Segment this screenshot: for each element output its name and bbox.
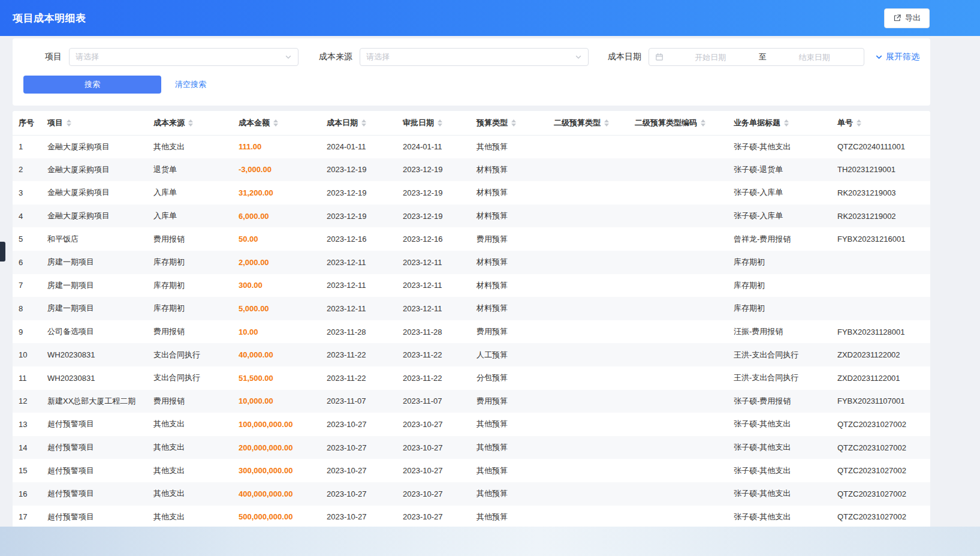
- column-header-source[interactable]: 成本来源: [147, 111, 233, 135]
- end-date-input[interactable]: [771, 53, 858, 62]
- cell-budget-type: 费用预算: [471, 320, 548, 344]
- table-header-row: 序号项目成本来源成本金额成本日期审批日期预算类型二级预算类型二级预算类型编码业务…: [13, 111, 930, 135]
- cell-sub-budget-type: [548, 390, 629, 413]
- export-button[interactable]: 导出: [884, 8, 930, 28]
- export-icon: [893, 14, 901, 22]
- cell-doc-no: QTZC20231027002: [831, 436, 930, 459]
- drawer-toggle-handle[interactable]: [0, 242, 5, 262]
- cell-approve-date: 2023-11-07: [397, 390, 471, 413]
- cell-approve-date: 2023-10-27: [397, 459, 471, 482]
- sort-icon[interactable]: [438, 119, 442, 127]
- project-filter: 项目 请选择: [23, 48, 298, 66]
- cell-cost-date: 2023-10-27: [321, 506, 397, 529]
- column-header-amount[interactable]: 成本金额: [233, 111, 321, 135]
- column-header-sub-budget-code[interactable]: 二级预算类型编码: [629, 111, 728, 135]
- cell-doc-title: 张子硕-入库单: [728, 181, 831, 205]
- cell-budget-type: 材料预算: [471, 158, 548, 182]
- filter-row: 项目 请选择 成本来源 请选择 成本日期: [23, 48, 919, 66]
- cell-project: 金融大厦采购项目: [41, 181, 147, 205]
- sort-icon[interactable]: [361, 119, 366, 127]
- column-header-budget-type[interactable]: 预算类型: [471, 111, 548, 135]
- sort-icon[interactable]: [188, 119, 193, 127]
- cell-sub-budget-code: [629, 482, 728, 506]
- export-button-label: 导出: [905, 13, 921, 23]
- column-label: 审批日期: [403, 118, 434, 127]
- page-title: 项目成本明细表: [13, 11, 86, 25]
- cell-doc-no: FYBX20231107001: [831, 390, 930, 413]
- cell-sub-budget-type: [548, 320, 629, 344]
- column-label: 项目: [47, 118, 63, 127]
- search-button[interactable]: 搜索: [23, 76, 161, 94]
- column-label: 二级预算类型: [554, 118, 601, 127]
- table-header: 序号项目成本来源成本金额成本日期审批日期预算类型二级预算类型二级预算类型编码业务…: [13, 111, 930, 135]
- column-header-doc-no[interactable]: 单号: [831, 111, 930, 135]
- cell-cost-date: 2023-11-07: [321, 390, 397, 413]
- cell-sub-budget-type: [548, 506, 629, 529]
- project-select[interactable]: 请选择: [69, 48, 298, 66]
- cell-budget-type: 材料预算: [471, 274, 548, 297]
- table-row: 7房建一期项目库存期初300.002023-12-112023-12-11材料预…: [13, 274, 930, 297]
- expand-filters-link[interactable]: 展开筛选: [875, 52, 919, 62]
- sort-icon[interactable]: [67, 119, 71, 127]
- table-row: 16超付预警项目其他支出400,000,000.002023-10-272023…: [13, 482, 930, 506]
- cell-index: 7: [13, 274, 41, 297]
- cell-index: 6: [13, 251, 41, 274]
- cell-cost-date: 2023-11-22: [321, 343, 397, 366]
- cost-source-select[interactable]: 请选择: [360, 48, 589, 66]
- cell-amount: 50.00: [233, 227, 321, 251]
- cell-index: 14: [13, 436, 41, 459]
- cell-source: 支出合同执行: [147, 366, 233, 390]
- cost-date-filter-label: 成本日期: [603, 52, 641, 62]
- cell-doc-title: 张子硕-其他支出: [728, 436, 831, 459]
- cell-cost-date: 2023-10-27: [321, 413, 397, 436]
- sort-icon[interactable]: [273, 119, 278, 127]
- cell-doc-no: QTZC20231027002: [831, 459, 930, 482]
- cell-budget-type: 费用预算: [471, 390, 548, 413]
- project-select-placeholder: 请选择: [76, 52, 99, 62]
- cell-cost-date: 2023-10-27: [321, 459, 397, 482]
- column-header-cost-date[interactable]: 成本日期: [321, 111, 397, 135]
- cell-approve-date: 2023-10-27: [397, 506, 471, 529]
- cell-sub-budget-code: [629, 181, 728, 205]
- cell-amount: 300.00: [233, 274, 321, 297]
- cell-index: 2: [13, 158, 41, 182]
- cell-project: 超付预警项目: [41, 459, 147, 482]
- sort-icon[interactable]: [701, 119, 705, 127]
- cell-sub-budget-code: [629, 366, 728, 390]
- table-row: 17超付预警项目其他支出500,000,000.002023-10-272023…: [13, 506, 930, 529]
- table-row: 4金融大厦采购项目入库单6,000.002023-12-192023-12-19…: [13, 205, 930, 228]
- cell-index: 11: [13, 366, 41, 390]
- cell-amount: 5,000.00: [233, 297, 321, 320]
- sort-icon[interactable]: [784, 119, 789, 127]
- cell-amount: 31,200.00: [233, 181, 321, 205]
- cell-doc-no: FYBX20231128001: [831, 320, 930, 344]
- cell-doc-no: QTZC20231027002: [831, 506, 930, 529]
- cell-source: 退货单: [147, 158, 233, 182]
- column-header-project[interactable]: 项目: [41, 111, 147, 135]
- cell-doc-no: RK20231219002: [831, 205, 930, 228]
- cell-amount: 300,000,000.00: [233, 459, 321, 482]
- sort-icon[interactable]: [604, 119, 609, 127]
- sort-icon[interactable]: [511, 119, 516, 127]
- cell-sub-budget-code: [629, 158, 728, 182]
- cell-sub-budget-type: [548, 251, 629, 274]
- cell-sub-budget-type: [548, 297, 629, 320]
- expand-filters-label: 展开筛选: [886, 52, 919, 62]
- cell-source: 其他支出: [147, 436, 233, 459]
- cost-date-range-picker[interactable]: 至: [649, 48, 864, 66]
- column-header-doc-title[interactable]: 业务单据标题: [728, 111, 831, 135]
- cell-source: 其他支出: [147, 413, 233, 436]
- cell-index: 16: [13, 482, 41, 506]
- cell-source: 其他支出: [147, 135, 233, 158]
- cell-doc-no: ZXD20231122002: [831, 343, 930, 366]
- cell-amount: 111.00: [233, 135, 321, 158]
- clear-search-link[interactable]: 清空搜索: [175, 79, 206, 90]
- cell-budget-type: 材料预算: [471, 205, 548, 228]
- cost-table: 序号项目成本来源成本金额成本日期审批日期预算类型二级预算类型二级预算类型编码业务…: [13, 111, 930, 528]
- column-header-approve-date[interactable]: 审批日期: [397, 111, 471, 135]
- sort-icon[interactable]: [857, 119, 861, 127]
- start-date-input[interactable]: [667, 53, 754, 62]
- column-header-sub-budget-type[interactable]: 二级预算类型: [548, 111, 629, 135]
- cell-project: WH20230831: [41, 366, 147, 390]
- chevron-down-icon: [875, 53, 883, 61]
